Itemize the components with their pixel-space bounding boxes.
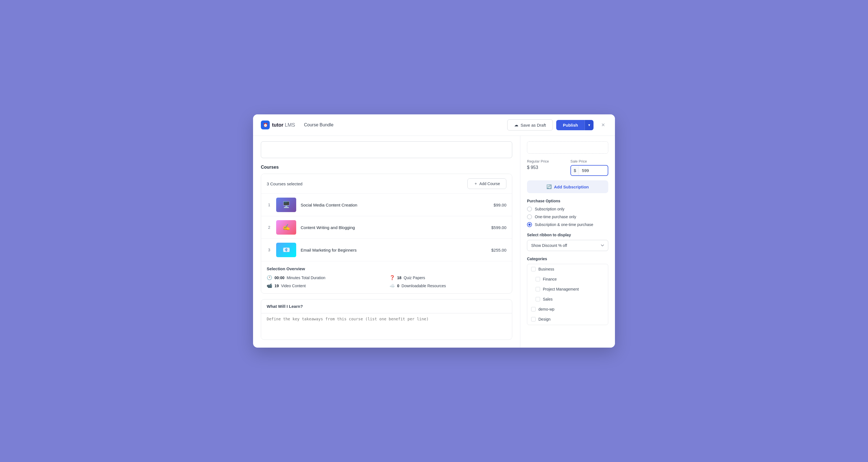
radio-label-subscription-only: Subscription only [535, 207, 564, 211]
overview-item-duration: 🕐 00:00 Minutes Total Duration [267, 275, 384, 280]
quiz-value: 18 [397, 276, 402, 280]
publish-dropdown-button[interactable]: ▾ [585, 120, 593, 130]
category-checkbox-project-management[interactable] [536, 287, 540, 291]
course-num: 2 [267, 225, 272, 229]
logo-text: tutor LMS [272, 122, 295, 128]
categories-label: Categories [527, 256, 608, 261]
duration-label: Minutes Total Duration [287, 276, 326, 280]
sale-price-input[interactable] [579, 165, 601, 175]
category-checkbox-sales[interactable] [536, 297, 540, 301]
category-item-sales[interactable]: Sales [527, 294, 608, 304]
category-label-design: Design [538, 317, 551, 321]
save-draft-label: Save as Draft [521, 123, 546, 127]
selection-overview-title: Selection Overview [267, 266, 506, 271]
radio-both[interactable]: Subscription & one-time purchase [527, 222, 608, 227]
courses-count: 3 Courses selected [267, 181, 302, 186]
modal-container: ⏰ tutor LMS Course Bundle ☁ Save as Draf… [253, 114, 615, 348]
logo-suffix: LMS [283, 122, 295, 128]
category-item-development[interactable]: Development [527, 324, 608, 325]
video-value: 19 [275, 284, 279, 288]
regular-price-label: Regular Price [527, 159, 565, 163]
radio-label-both: Subscription & one-time purchase [535, 222, 593, 227]
radio-label-onetime-only: One-time purchase only [535, 215, 576, 219]
top-textarea[interactable] [261, 142, 512, 158]
sale-price-label: Sale Price [570, 159, 608, 163]
sale-currency: $ [571, 165, 579, 175]
course-item: 1 🖥️ Social Media Content Creation $99.0… [261, 193, 512, 216]
category-item-project-management[interactable]: Project Management [527, 284, 608, 294]
learn-section: What Will I Learn? [261, 299, 512, 340]
course-price: $599.00 [491, 225, 506, 230]
subscription-icon: 🔄 [547, 184, 552, 189]
cloud-icon: ☁ [514, 122, 518, 127]
course-thumbnail: 🖥️ [276, 197, 296, 212]
category-item-demo-wp[interactable]: demo-wp [527, 304, 608, 314]
course-thumb-writing: ✍️ [276, 220, 296, 235]
category-checkbox-business[interactable] [531, 267, 536, 271]
category-label-demo-wp: demo-wp [538, 307, 555, 311]
video-icon: 📹 [267, 283, 272, 288]
add-course-label: Add Course [479, 181, 500, 186]
courses-section-label: Courses [261, 165, 512, 170]
category-label-sales: Sales [543, 297, 553, 301]
course-thumb-email: 📧 [276, 243, 296, 257]
download-label: Downloadable Resources [401, 284, 446, 288]
right-panel: Regular Price $ 953 Sale Price $ 🔄 Add S… [520, 136, 615, 348]
logo-icon: ⏰ [261, 121, 270, 129]
add-subscription-label: Add Subscription [554, 185, 589, 189]
category-label-project-management: Project Management [543, 287, 579, 291]
regular-price-value: $ 953 [527, 165, 565, 170]
publish-button-group: Publish ▾ [556, 120, 593, 130]
category-checkbox-design[interactable] [531, 317, 536, 321]
modal-header: ⏰ tutor LMS Course Bundle ☁ Save as Draf… [253, 114, 615, 136]
radio-onetime-only[interactable]: One-time purchase only [527, 214, 608, 219]
sale-input-wrap: $ [570, 165, 608, 176]
category-label-finance: Finance [543, 277, 557, 281]
radio-circle-subscription-only [527, 207, 532, 212]
plus-icon: ＋ [474, 181, 478, 186]
radio-circle-both [527, 222, 532, 227]
modal-body: Courses 3 Courses selected ＋ Add Course … [253, 136, 615, 348]
close-button[interactable]: × [599, 120, 607, 130]
add-subscription-button[interactable]: 🔄 Add Subscription [527, 180, 608, 193]
radio-subscription-only[interactable]: Subscription only [527, 207, 608, 212]
chevron-down-icon: ▾ [588, 123, 590, 127]
category-checkbox-demo-wp[interactable] [531, 307, 536, 311]
quiz-label: Quiz Papers [404, 276, 425, 280]
top-input-field[interactable] [527, 142, 608, 154]
overview-item-quiz: ❓ 18 Quiz Papers [390, 275, 507, 280]
course-name: Social Media Content Creation [301, 203, 489, 207]
purchase-options-group: Subscription only One-time purchase only… [527, 207, 608, 227]
category-label-business: Business [538, 267, 554, 271]
sale-price-group: Sale Price $ [570, 159, 608, 176]
learn-textarea[interactable] [261, 313, 512, 338]
courses-panel: 3 Courses selected ＋ Add Course 1 🖥️ Soc… [261, 174, 512, 294]
ribbon-select[interactable]: Show Discount % off None Best Seller New… [527, 240, 608, 251]
add-course-button[interactable]: ＋ Add Course [467, 178, 506, 189]
logo-area: ⏰ tutor LMS [261, 121, 295, 129]
course-item: 3 📧 Email Marketing for Beginners $255.0… [261, 239, 512, 261]
radio-circle-onetime-only [527, 214, 532, 219]
overview-item-video: 📹 19 Video Content [267, 283, 384, 288]
course-thumbnail: 📧 [276, 243, 296, 257]
regular-price-group: Regular Price $ 953 [527, 159, 565, 170]
course-num: 3 [267, 248, 272, 252]
courses-header: 3 Courses selected ＋ Add Course [261, 174, 512, 193]
overview-item-download: ☁️ 0 Downloadable Resources [390, 283, 507, 288]
publish-button[interactable]: Publish [556, 120, 585, 130]
header-actions: ☁ Save as Draft Publish ▾ × [507, 119, 607, 130]
course-name: Content Writing and Blogging [301, 225, 487, 230]
page-title: Course Bundle [300, 122, 503, 127]
category-item-business[interactable]: Business [527, 264, 608, 274]
ribbon-label: Select ribbon to display [527, 233, 608, 237]
category-item-finance[interactable]: Finance [527, 274, 608, 284]
video-label: Video Content [281, 284, 306, 288]
category-checkbox-finance[interactable] [536, 277, 540, 281]
save-as-draft-button[interactable]: ☁ Save as Draft [507, 119, 553, 130]
course-name: Email Marketing for Beginners [301, 248, 487, 252]
course-price: $99.00 [494, 203, 506, 207]
course-price: $255.00 [491, 248, 506, 252]
purchase-options-label: Purchase Options [527, 199, 608, 203]
course-num: 1 [267, 203, 272, 207]
category-item-design[interactable]: Design [527, 314, 608, 324]
